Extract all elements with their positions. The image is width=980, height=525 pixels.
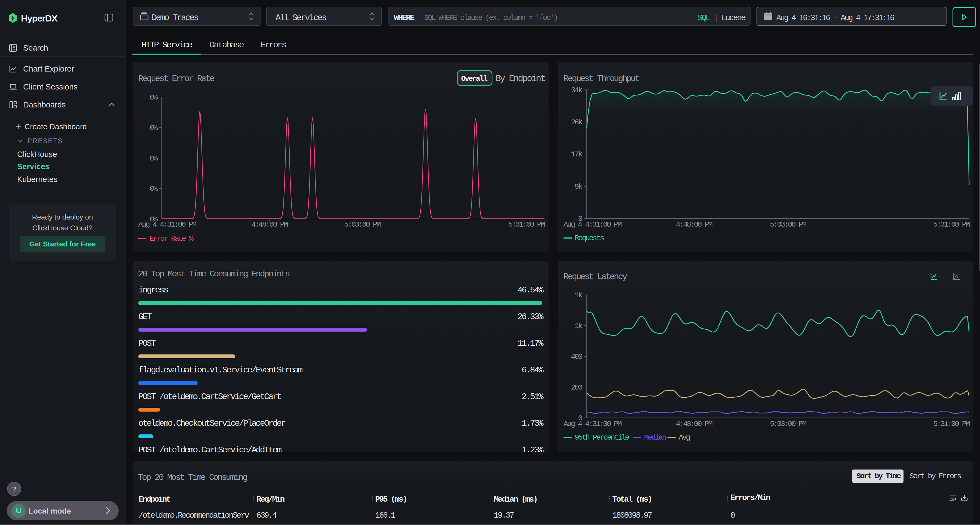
- svg-text:5:31:00 PM: 5:31:00 PM: [508, 220, 545, 229]
- svg-text:POST /oteldemo.CartService/Add: POST /oteldemo.CartService/AddItem: [138, 445, 282, 452]
- svg-text:Aug 4 4:31:00 PM: Aug 4 4:31:00 PM: [563, 420, 622, 428]
- svg-text:34k: 34k: [571, 86, 582, 94]
- svg-text:17k: 17k: [571, 150, 582, 159]
- svg-text:4:48:00 PM: 4:48:00 PM: [676, 420, 713, 428]
- svg-text:Aug 4 4:31:00 PM: Aug 4 4:31:00 PM: [138, 220, 197, 229]
- svg-text:Avg: Avg: [679, 433, 690, 442]
- svg-text:1.73%: 1.73%: [522, 419, 544, 428]
- svg-text:5:31:00 PM: 5:31:00 PM: [933, 420, 970, 428]
- svg-text:4:48:00 PM: 4:48:00 PM: [676, 220, 713, 229]
- svg-text:flagd.evaluation.v1.Service/Ev: flagd.evaluation.v1.Service/EventStream: [138, 365, 302, 375]
- svg-text:400: 400: [571, 352, 582, 361]
- svg-text:1k: 1k: [575, 291, 582, 300]
- svg-text:5:31:00 PM: 5:31:00 PM: [933, 220, 970, 229]
- svg-text:5:03:00 PM: 5:03:00 PM: [344, 220, 381, 229]
- svg-text:GET: GET: [138, 312, 152, 322]
- svg-text:Error Rate %: Error Rate %: [150, 235, 194, 243]
- svg-text:1k: 1k: [575, 322, 582, 330]
- svg-text:9k: 9k: [575, 182, 582, 191]
- svg-text:5:03:00 PM: 5:03:00 PM: [770, 220, 807, 229]
- svg-text:6.84%: 6.84%: [522, 365, 544, 375]
- svg-text:1.23%: 1.23%: [522, 445, 544, 452]
- svg-text:Requests: Requests: [575, 234, 604, 243]
- svg-text:Median: Median: [644, 433, 666, 442]
- svg-text:POST /oteldemo.CartService/Get: POST /oteldemo.CartService/GetCart: [138, 392, 281, 402]
- svg-text:ingress: ingress: [138, 285, 168, 295]
- svg-text:46.54%: 46.54%: [517, 285, 544, 295]
- svg-text:0%: 0%: [150, 185, 158, 193]
- svg-text:26.33%: 26.33%: [517, 312, 544, 322]
- svg-text:POST: POST: [138, 338, 156, 349]
- svg-text:oteldemo.CheckoutService/Place: oteldemo.CheckoutService/PlaceOrder: [138, 419, 286, 428]
- svg-text:95th Percentile: 95th Percentile: [575, 433, 629, 442]
- svg-text:200: 200: [571, 383, 582, 392]
- svg-text:0%: 0%: [150, 93, 158, 102]
- svg-text:5:03:00 PM: 5:03:00 PM: [770, 420, 807, 428]
- svg-text:11.17%: 11.17%: [517, 338, 544, 349]
- svg-text:Aug 4 4:31:00 PM: Aug 4 4:31:00 PM: [563, 220, 622, 229]
- svg-text:26k: 26k: [571, 118, 582, 127]
- svg-text:2.51%: 2.51%: [522, 392, 544, 402]
- svg-text:4:48:00 PM: 4:48:00 PM: [251, 220, 288, 229]
- svg-text:0%: 0%: [150, 154, 158, 163]
- svg-text:0%: 0%: [150, 124, 158, 132]
